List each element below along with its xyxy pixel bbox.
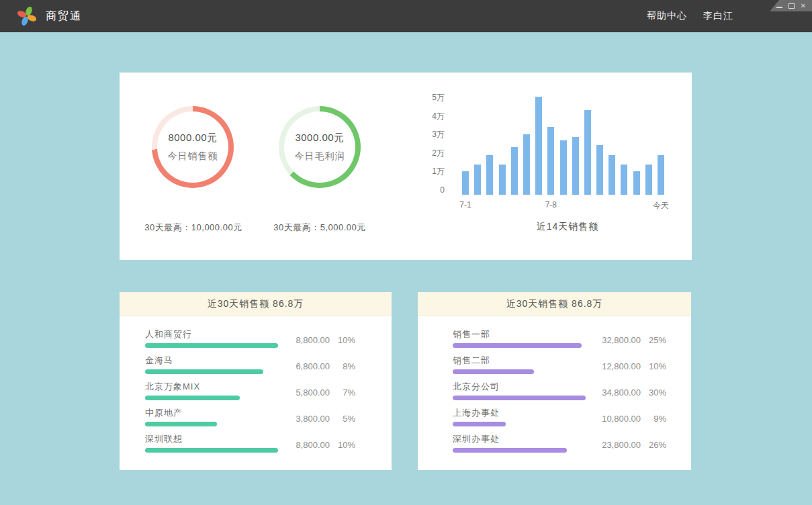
bar: [658, 155, 664, 195]
bar: [633, 171, 640, 195]
x-axis-label: 7-1: [459, 200, 471, 210]
ranking-row-bar: [453, 369, 586, 374]
x-axis-label: 7-8: [545, 200, 557, 210]
ranking-row-value: 8,800.00: [279, 440, 330, 450]
app-title: 商贸通: [46, 0, 82, 32]
sales-14day-bar-chart: [462, 87, 664, 195]
ranking-row-value: 3,800.00: [279, 414, 330, 424]
ranking-row-percent: 10%: [641, 361, 666, 371]
ranking-row-percent: 25%: [641, 335, 666, 345]
bar: [608, 155, 615, 195]
ranking-row-value: 34,800.00: [590, 387, 641, 398]
ranking-row-bar: [453, 343, 586, 348]
today-sales-label: 今日销售额: [168, 150, 218, 163]
bar: [511, 147, 518, 195]
ranking-row: 深圳联想 8,800.00 10%: [120, 432, 392, 459]
y-axis-tick: 2万: [404, 148, 445, 158]
ranking-row-name: 销售二部: [453, 355, 490, 367]
ranking-row: 金海马 6,800.00 8%: [120, 354, 392, 380]
ranking-row-percent: 7%: [330, 387, 355, 398]
sales-30day-max-caption: 30天最高：10,000.00元: [133, 222, 254, 234]
ranking-row-name: 深圳办事处: [453, 433, 500, 445]
maximize-icon[interactable]: [788, 3, 795, 9]
y-axis-tick: 4万: [404, 111, 445, 121]
today-sales-donut-chart: 8000.00元 今日销售额: [152, 106, 234, 188]
bar: [560, 140, 567, 195]
user-name-link[interactable]: 李白江: [703, 10, 733, 22]
department-sales-panel: 近30天销售额 86.8万 销售一部 32,800.00 25% 销售二部 12…: [418, 292, 691, 470]
ranking-row: 人和商贸行 8,800.00 10%: [120, 328, 392, 354]
bar-chart-y-axis: 5万4万3万2万1万0: [404, 73, 445, 260]
ranking-row-name: 上海办事处: [453, 407, 500, 419]
ranking-row-value: 6,800.00: [279, 361, 330, 371]
ranking-row-bar: [453, 396, 586, 400]
customer-sales-panel-title: 近30天销售额 86.8万: [120, 292, 392, 316]
ranking-row-name: 中原地产: [145, 407, 183, 419]
x-axis-label: 今天: [653, 200, 669, 212]
ranking-row-value: 5,800.00: [279, 387, 330, 398]
ranking-row: 中原地产 3,800.00 5%: [120, 406, 392, 432]
bar: [645, 165, 652, 195]
bar: [499, 165, 506, 195]
ranking-row-percent: 5%: [330, 414, 355, 424]
ranking-row-bar: [145, 369, 278, 374]
bar: [474, 165, 481, 195]
bar: [462, 171, 469, 195]
y-axis-tick: 1万: [404, 167, 445, 176]
ranking-row: 上海办事处 10,800.00 9%: [418, 406, 691, 432]
ranking-row-name: 销售一部: [453, 328, 490, 340]
ranking-row-name: 北京分公司: [453, 381, 500, 393]
ranking-row: 北京分公司 34,800.00 30%: [418, 380, 691, 406]
ranking-row: 深圳办事处 23,800.00 26%: [418, 432, 691, 459]
ranking-row-name: 北京万象MIX: [145, 381, 200, 393]
bar: [535, 97, 542, 195]
profit-30day-max-caption: 30天最高：5,000.00元: [259, 222, 380, 234]
bar: [621, 165, 627, 195]
help-center-link[interactable]: 帮助中心: [647, 10, 687, 22]
today-profit-value: 3000.00元: [295, 132, 344, 144]
ranking-row-percent: 8%: [330, 361, 355, 371]
ranking-row-name: 深圳联想: [145, 433, 183, 445]
ranking-row: 销售二部 12,800.00 10%: [418, 354, 691, 380]
ranking-row-percent: 26%: [641, 440, 666, 450]
ranking-row-bar: [145, 448, 278, 453]
ranking-row-percent: 10%: [330, 440, 355, 450]
ranking-row-percent: 30%: [641, 387, 666, 398]
ranking-row: 北京万象MIX 5,800.00 7%: [120, 380, 392, 406]
ranking-row-bar: [145, 422, 278, 426]
customer-sales-panel: 近30天销售额 86.8万 人和商贸行 8,800.00 10% 金海马 6,8…: [120, 292, 392, 470]
bar: [572, 137, 579, 195]
overview-panel: 8000.00元 今日销售额 3000.00元 今日毛利润 30天最高：10,0…: [120, 73, 692, 260]
today-profit-donut-chart: 3000.00元 今日毛利润: [279, 106, 361, 188]
ranking-row-name: 人和商贸行: [145, 328, 192, 340]
bar-chart-x-axis: 7-17-8今天: [462, 200, 664, 211]
today-sales-value: 8000.00元: [168, 132, 217, 144]
ranking-row-bar: [145, 396, 278, 400]
window-controls: ✕: [770, 0, 812, 11]
y-axis-tick: 3万: [404, 130, 445, 139]
minimize-icon[interactable]: [776, 7, 782, 8]
bar: [486, 155, 493, 195]
ranking-row-value: 12,800.00: [590, 361, 641, 371]
bar: [596, 145, 603, 195]
bar-chart-title: 近14天销售额: [467, 221, 668, 233]
close-icon[interactable]: ✕: [801, 3, 806, 9]
ranking-row-value: 8,800.00: [279, 335, 330, 345]
bar: [523, 134, 530, 195]
pinwheel-logo-icon: [16, 5, 38, 27]
today-profit-label: 今日毛利润: [295, 150, 345, 163]
bar: [547, 127, 554, 195]
bar: [584, 110, 591, 195]
ranking-row-bar: [453, 448, 586, 453]
ranking-row-value: 23,800.00: [590, 440, 641, 450]
department-sales-panel-title: 近30天销售额 86.8万: [418, 292, 691, 316]
ranking-row-bar: [453, 422, 586, 426]
y-axis-tick: 0: [404, 185, 445, 195]
ranking-row-percent: 10%: [330, 335, 355, 345]
ranking-row-value: 10,800.00: [590, 414, 641, 424]
ranking-row: 销售一部 32,800.00 25%: [418, 328, 691, 354]
ranking-row-bar: [145, 343, 278, 348]
y-axis-tick: 5万: [404, 93, 445, 102]
ranking-row-percent: 9%: [641, 414, 666, 424]
ranking-row-name: 金海马: [145, 355, 173, 367]
